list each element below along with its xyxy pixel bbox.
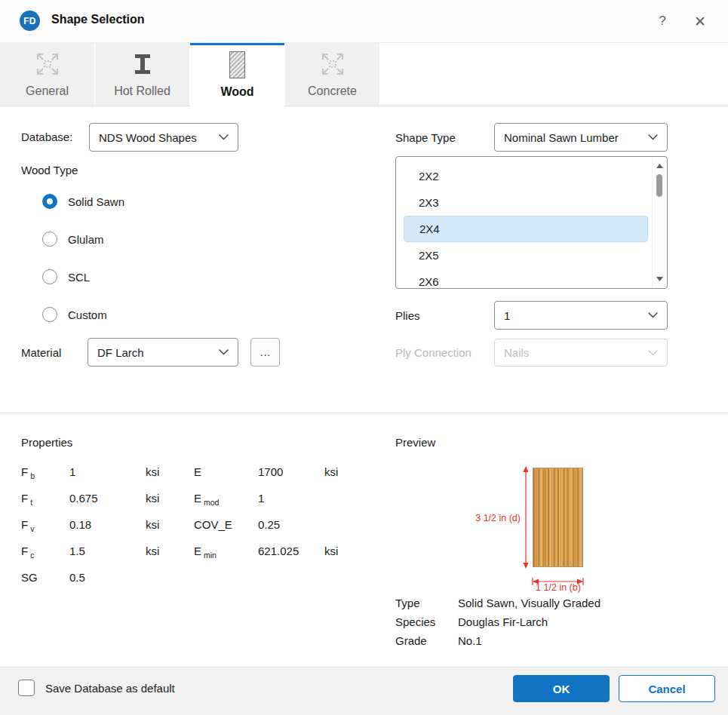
scroll-down-icon[interactable] (653, 274, 667, 284)
chevron-down-icon (648, 312, 658, 318)
properties-title: Properties (21, 436, 72, 449)
properties-table: Fb 1 ksi E 1700 ksi Ft 0.675 ksi Emod 1 … (21, 459, 356, 591)
prop-symbol: E (194, 465, 258, 478)
depth-dimension-label: 3 1/2 in (d) (453, 513, 521, 523)
preview-grade-value: No.1 (458, 634, 482, 647)
tab-hot-rolled[interactable]: Hot Rolled (95, 43, 189, 106)
preview-grade-label: Grade (395, 634, 458, 647)
plies-label: Plies (395, 309, 420, 322)
tab-wood[interactable]: Wood (190, 43, 284, 106)
preview-species-label: Species (395, 615, 458, 628)
tab-label-hot-rolled: Hot Rolled (114, 84, 170, 98)
page-title: Shape Selection (51, 13, 145, 26)
prop-symbol: Emod (194, 492, 258, 505)
material-more-button[interactable]: … (250, 338, 280, 367)
list-item-selected[interactable]: 2X4 (404, 216, 648, 242)
prop-value: 0.25 (258, 518, 324, 531)
tab-label-concrete: Concrete (308, 84, 357, 98)
list-item[interactable]: 2X2 (404, 163, 648, 189)
prop-unit: ksi (324, 545, 356, 557)
prop-unit: ksi (146, 518, 194, 531)
database-dropdown[interactable]: NDS Wood Shapes (89, 123, 238, 152)
plies-dropdown[interactable]: 1 (494, 301, 668, 330)
close-icon[interactable]: ✕ (687, 9, 713, 33)
title-bar: FD Shape Selection ? ✕ (0, 0, 728, 43)
radio-button-icon[interactable] (42, 307, 57, 322)
tab-label-general: General (26, 84, 69, 98)
shape-selection-dialog: FD Shape Selection ? ✕ General Hot Rolle… (0, 0, 728, 715)
scroll-up-icon[interactable] (653, 161, 667, 171)
tab-general[interactable]: General (0, 43, 94, 106)
database-label: Database: (21, 130, 72, 143)
scrollbar[interactable] (652, 158, 666, 287)
save-database-checkbox-label: Save Database as default (45, 682, 175, 695)
radio-label-custom: Custom (68, 308, 107, 321)
prop-value: 1 (258, 492, 324, 505)
width-dimension-label: 1 1/2 in (b) (513, 582, 604, 593)
prop-symbol: Fv (21, 518, 69, 531)
radio-label-scl: SCL (68, 271, 90, 284)
preview-info: Type Solid Sawn, Visually Graded Species… (395, 594, 601, 650)
ply-connection-value: Nails (504, 346, 648, 359)
radio-button-icon[interactable] (42, 269, 57, 284)
i-beam-icon (131, 49, 155, 79)
list-item[interactable]: 2X3 (404, 189, 648, 216)
save-database-checkbox[interactable] (18, 680, 35, 696)
list-item[interactable]: 2X5 (404, 242, 648, 269)
material-dropdown[interactable]: DF Larch (88, 338, 238, 367)
chevron-down-icon (648, 350, 658, 356)
radio-button-icon[interactable] (42, 194, 57, 209)
prop-value: 0.675 (69, 492, 146, 505)
cancel-button[interactable]: Cancel (619, 675, 715, 702)
prop-unit: ksi (146, 545, 194, 557)
prop-symbol: Fb (21, 465, 69, 478)
prop-symbol: Ft (21, 492, 69, 505)
ply-connection-label: Ply Connection (395, 346, 472, 359)
tab-label-wood: Wood (220, 85, 253, 99)
chevron-down-icon (219, 349, 229, 355)
prop-value: 1700 (258, 465, 324, 478)
radio-scl[interactable]: SCL (42, 269, 90, 284)
concrete-shape-icon (320, 49, 346, 79)
tab-concrete[interactable]: Concrete (285, 43, 379, 106)
radio-button-icon[interactable] (42, 232, 57, 247)
prop-unit: ksi (146, 465, 194, 478)
material-value: DF Larch (97, 346, 219, 359)
database-value: NDS Wood Shapes (99, 131, 219, 144)
prop-symbol: COV_E (194, 518, 258, 531)
shape-type-label: Shape Type (395, 131, 456, 144)
prop-value: 1.5 (69, 545, 146, 557)
preview-species-value: Douglas Fir-Larch (458, 615, 548, 628)
depth-dimension-line (521, 466, 530, 569)
general-shape-icon (35, 49, 60, 79)
radio-label-solid-sawn: Solid Sawn (68, 195, 124, 208)
shape-type-value: Nominal Sawn Lumber (504, 131, 648, 144)
shape-type-dropdown[interactable]: Nominal Sawn Lumber (494, 123, 668, 152)
ok-button[interactable]: OK (513, 675, 610, 702)
prop-symbol: Emin (194, 545, 258, 557)
ply-connection-dropdown: Nails (494, 339, 668, 367)
scrollbar-thumb[interactable] (656, 174, 662, 197)
prop-unit: ksi (324, 465, 356, 478)
wood-type-label: Wood Type (21, 164, 78, 176)
prop-symbol: SG (21, 571, 69, 584)
prop-value: 621.025 (258, 545, 324, 557)
list-item[interactable]: 2X6 (404, 269, 648, 289)
help-button[interactable]: ? (650, 9, 675, 33)
chevron-down-icon (648, 134, 658, 140)
prop-value: 1 (69, 465, 146, 478)
prop-symbol: Fc (21, 545, 69, 557)
plies-value: 1 (504, 309, 648, 322)
section-divider (0, 413, 728, 413)
preview-title: Preview (395, 436, 435, 449)
prop-unit: ksi (146, 492, 194, 505)
radio-custom[interactable]: Custom (42, 307, 107, 322)
radio-solid-sawn[interactable]: Solid Sawn (42, 194, 124, 209)
shape-listbox[interactable]: 2X2 2X3 2X4 2X5 2X6 (395, 156, 668, 289)
prop-value: 0.5 (69, 571, 146, 584)
radio-glulam[interactable]: Glulam (42, 232, 104, 247)
preview-type-value: Solid Sawn, Visually Graded (458, 597, 601, 609)
chevron-down-icon (219, 134, 229, 140)
preview-type-label: Type (395, 597, 458, 609)
app-logo: FD (20, 11, 40, 31)
